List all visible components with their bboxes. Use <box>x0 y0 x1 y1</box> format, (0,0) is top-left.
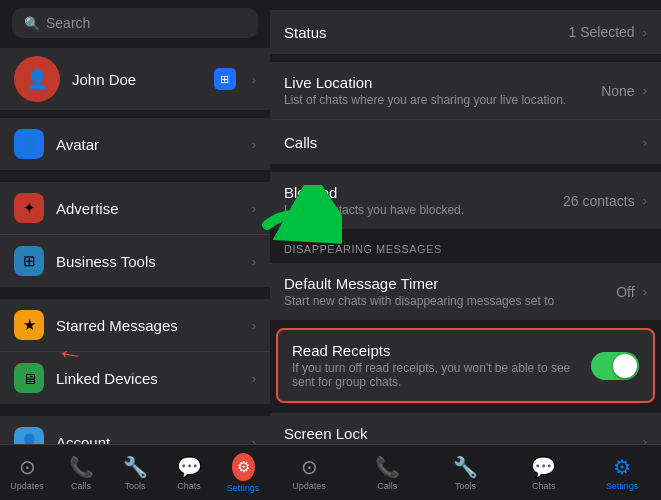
live-location-sub: List of chats where you are sharing your… <box>284 93 601 107</box>
menu-item-business-tools[interactable]: ⊞ Business Tools › <box>0 235 270 287</box>
settings-icon: ⚙ <box>613 455 631 479</box>
settings-label: Settings <box>606 481 639 491</box>
calls-icon: 📞 <box>69 455 94 479</box>
calls-right: › <box>639 135 647 150</box>
menu-item-starred[interactable]: ★ Starred Messages › <box>0 299 270 352</box>
calls-main: Calls <box>284 134 639 151</box>
disappearing-group: Default Message Timer Start new chats wi… <box>270 263 661 320</box>
status-value: 1 Selected <box>568 24 634 40</box>
default-timer-sub: Start new chats with disappearing messag… <box>284 294 616 308</box>
chats-nav-icon: 💬 <box>531 455 556 479</box>
nav-calls[interactable]: 📞 Calls <box>54 455 108 491</box>
advertise-icon: ✦ <box>14 193 44 223</box>
chats-nav-icon: 💬 <box>177 455 202 479</box>
search-input[interactable] <box>46 15 246 31</box>
default-timer-item[interactable]: Default Message Timer Start new chats wi… <box>270 263 661 320</box>
settings-label: Settings <box>227 483 260 493</box>
menu-item-avatar[interactable]: 👤 Avatar › <box>0 118 270 170</box>
menu-group-business: ✦ Advertise › ⊞ Business Tools › <box>0 182 270 287</box>
avatar: 👤 <box>14 56 60 102</box>
status-main: Status <box>284 24 568 41</box>
chevron-icon: › <box>643 284 647 299</box>
nav-updates[interactable]: ⊙ Updates <box>0 455 54 491</box>
toggle-knob <box>613 354 637 378</box>
menu-group-avatar: 👤 Avatar › <box>0 118 270 170</box>
blocked-value: 26 contacts <box>563 193 635 209</box>
linked-icon: 🖥 <box>14 363 44 393</box>
read-receipts-main: Read Receipts If you turn off read recei… <box>292 342 591 389</box>
advertise-label: Advertise <box>56 200 236 217</box>
search-bar[interactable]: 🔍 <box>12 8 258 38</box>
blocked-right: 26 contacts › <box>563 193 647 209</box>
left-bottom-nav: ⊙ Updates 📞 Calls 🔧 Tools 💬 Chats ⚙ Sett… <box>0 444 270 500</box>
status-group: Status 1 Selected › <box>270 10 661 54</box>
calls-item[interactable]: Calls › <box>270 120 661 164</box>
starred-label: Starred Messages <box>56 317 236 334</box>
chats-nav-label: Chats <box>177 481 201 491</box>
left-panel: 🔍 👤 John Doe ⊞ › 👤 Avatar › ✦ Advertise … <box>0 0 270 500</box>
read-receipts-sub: If you turn off read receipts, you won't… <box>292 361 591 389</box>
chevron-icon: › <box>643 25 647 40</box>
chevron-icon: › <box>643 83 647 98</box>
live-location-item[interactable]: Live Location List of chats where you ar… <box>270 62 661 120</box>
chevron-icon: › <box>252 318 256 333</box>
calls-label: Calls <box>377 481 397 491</box>
avatar-icon: 👤 <box>14 129 44 159</box>
menu-group-starred: ★ Starred Messages › 🖥 Linked Devices › <box>0 299 270 404</box>
profile-name: John Doe <box>72 71 202 88</box>
updates-label: Updates <box>10 481 44 491</box>
nav-settings[interactable]: ⚙ Settings <box>216 453 270 493</box>
chevron-icon: › <box>643 135 647 150</box>
right-nav-calls[interactable]: 📞 Calls <box>348 455 426 491</box>
menu-item-advertise[interactable]: ✦ Advertise › <box>0 182 270 235</box>
business-tools-icon: ⊞ <box>14 246 44 276</box>
chevron-icon: › <box>252 137 256 152</box>
updates-icon: ⊙ <box>301 455 318 479</box>
status-title: Status <box>284 24 568 41</box>
default-timer-title: Default Message Timer <box>284 275 616 292</box>
avatar-label: Avatar <box>56 136 236 153</box>
default-timer-value: Off <box>616 284 634 300</box>
updates-icon: ⊙ <box>19 455 36 479</box>
chats-nav-label: Chats <box>532 481 556 491</box>
default-timer-main: Default Message Timer Start new chats wi… <box>284 275 616 308</box>
right-nav-tools[interactable]: 🔧 Tools <box>426 455 504 491</box>
live-location-right: None › <box>601 83 647 99</box>
screen-lock-title: Screen Lock <box>284 425 639 442</box>
linked-label: Linked Devices <box>56 370 236 387</box>
live-location-title: Live Location <box>284 74 601 91</box>
status-right: 1 Selected › <box>568 24 647 40</box>
starred-icon: ★ <box>14 310 44 340</box>
profile-info: John Doe <box>72 71 202 88</box>
right-nav-chats[interactable]: 💬 Chats <box>505 455 583 491</box>
tools-icon: 🔧 <box>453 455 478 479</box>
calls-label: Calls <box>71 481 91 491</box>
profile-item[interactable]: 👤 John Doe ⊞ › <box>0 48 270 110</box>
menu-item-linked[interactable]: 🖥 Linked Devices › <box>0 352 270 404</box>
status-item[interactable]: Status 1 Selected › <box>270 10 661 54</box>
tools-label: Tools <box>124 481 145 491</box>
live-location-main: Live Location List of chats where you ar… <box>284 74 601 107</box>
location-calls-group: Live Location List of chats where you ar… <box>270 62 661 164</box>
chevron-icon: › <box>252 371 256 386</box>
chevron-icon: › <box>643 193 647 208</box>
read-receipts-box: Read Receipts If you turn off read recei… <box>276 328 655 403</box>
calls-title: Calls <box>284 134 639 151</box>
profile-badge: ⊞ <box>214 68 236 90</box>
read-receipts-toggle[interactable] <box>591 352 639 380</box>
read-receipts-item[interactable]: Read Receipts If you turn off read recei… <box>278 330 653 401</box>
right-nav-updates[interactable]: ⊙ Updates <box>270 455 348 491</box>
default-timer-right: Off › <box>616 284 647 300</box>
live-location-value: None <box>601 83 634 99</box>
chevron-icon: › <box>252 201 256 216</box>
business-tools-label: Business Tools <box>56 253 236 270</box>
search-icon: 🔍 <box>24 16 40 31</box>
green-arrow <box>262 185 342 269</box>
tools-label: Tools <box>455 481 476 491</box>
right-nav-settings[interactable]: ⚙ Settings <box>583 455 661 491</box>
nav-tools[interactable]: 🔧 Tools <box>108 455 162 491</box>
chevron-icon: › <box>252 72 256 87</box>
updates-label: Updates <box>292 481 326 491</box>
nav-chats[interactable]: 💬 Chats <box>162 455 216 491</box>
calls-icon: 📞 <box>375 455 400 479</box>
